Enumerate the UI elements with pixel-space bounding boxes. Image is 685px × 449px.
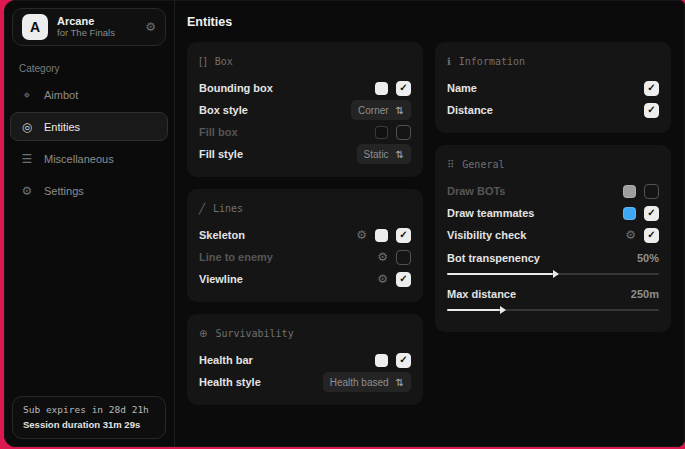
sidebar-item-entities[interactable]: ◎ Entities — [10, 112, 168, 141]
gear-icon: ⚙ — [20, 184, 34, 198]
checkbox[interactable] — [396, 125, 411, 140]
row-settings-gear-icon[interactable]: ⚙ — [377, 250, 388, 264]
slider-bot-transparency: Bot transpenency 50% — [447, 248, 659, 275]
row-label: Line to enemy — [199, 251, 273, 263]
card-title: Lines — [213, 203, 243, 214]
row-viewline: Viewline ⚙ — [199, 268, 411, 290]
card-information-header: ℹ Information — [447, 53, 659, 69]
row-label: Skeleton — [199, 229, 245, 241]
box-style-select[interactable]: Corner ⇅ — [351, 100, 411, 120]
checkbox[interactable] — [396, 250, 411, 265]
slider-fill[interactable] — [447, 309, 500, 311]
row-label: Draw BOTs — [447, 185, 505, 197]
brand-logo: A — [22, 14, 48, 40]
card-lines-header: ╱ Lines — [199, 200, 411, 216]
row-draw-teammates: Draw teammates — [447, 202, 659, 224]
checkbox[interactable] — [396, 228, 411, 243]
card-title: General — [462, 159, 504, 170]
health-style-select[interactable]: Health based ⇅ — [323, 372, 411, 392]
card-title: Survivability — [215, 328, 293, 339]
color-swatch[interactable] — [623, 207, 636, 220]
row-draw-bots: Draw BOTs — [447, 180, 659, 202]
color-swatch[interactable] — [375, 354, 388, 367]
row-settings-gear-icon[interactable]: ⚙ — [377, 272, 388, 286]
card-survivability-header: ⊕ Survivability — [199, 325, 411, 341]
row-label: Distance — [447, 104, 493, 116]
row-settings-gear-icon[interactable]: ⚙ — [625, 228, 636, 242]
slider-value: 250m — [631, 288, 659, 300]
checkbox[interactable] — [396, 353, 411, 368]
row-label: Name — [447, 82, 477, 94]
row-health-style: Health style Health based ⇅ — [199, 371, 411, 393]
card-survivability: ⊕ Survivability Health bar Health style — [187, 314, 423, 405]
checkbox[interactable] — [396, 81, 411, 96]
right-column: ℹ Information Name Distance — [435, 42, 671, 332]
brand-subtitle: for The Finals — [57, 28, 136, 39]
checkbox[interactable] — [644, 81, 659, 96]
row-label: Bounding box — [199, 82, 273, 94]
row-skeleton: Skeleton ⚙ — [199, 224, 411, 246]
checkbox[interactable] — [644, 184, 659, 199]
slider-max-distance: Max distance 250m — [447, 284, 659, 311]
updown-arrows-icon: ⇅ — [396, 105, 404, 116]
card-box-header: [] Box — [199, 53, 411, 69]
row-settings-gear-icon[interactable]: ⚙ — [356, 228, 367, 242]
select-value: Corner — [358, 105, 389, 116]
brand-gear-icon[interactable]: ⚙ — [145, 20, 156, 34]
row-label: Fill style — [199, 148, 243, 160]
brand-title: Arcane — [57, 15, 136, 28]
sidebar-item-miscellaneous[interactable]: ☰ Miscellaneous — [10, 144, 168, 173]
sidebar-item-aimbot[interactable]: ⌖ Aimbot — [10, 80, 168, 109]
row-label: Fill box — [199, 126, 238, 138]
card-box: [] Box Bounding box Box style — [187, 42, 423, 177]
sidebar-item-label: Entities — [44, 121, 80, 133]
row-distance: Distance — [447, 99, 659, 121]
slider-label: Bot transpenency — [447, 252, 540, 264]
card-title: Information — [459, 56, 525, 67]
row-box-style: Box style Corner ⇅ — [199, 99, 411, 121]
row-label: Visibility check — [447, 229, 526, 241]
sidebar-item-label: Settings — [44, 185, 84, 197]
select-value: Static — [364, 149, 389, 160]
sidebar-item-label: Aimbot — [44, 89, 78, 101]
slider-track[interactable] — [447, 273, 659, 275]
sidebar-nav: ⌖ Aimbot ◎ Entities ☰ Miscellaneous ⚙ Se… — [4, 80, 174, 205]
checkbox[interactable] — [644, 206, 659, 221]
fill-style-select[interactable]: Static ⇅ — [357, 144, 411, 164]
card-information: ℹ Information Name Distance — [435, 42, 671, 133]
row-label: Viewline — [199, 273, 243, 285]
sidebar-item-label: Miscellaneous — [44, 153, 114, 165]
main-panel: Entities [] Box Bounding box — [175, 0, 685, 447]
sidebar: A Arcane for The Finals ⚙ Category ⌖ Aim… — [4, 0, 175, 447]
card-general-header: ⠿ General — [447, 156, 659, 172]
row-fill-style: Fill style Static ⇅ — [199, 143, 411, 165]
slider-track[interactable] — [447, 309, 659, 311]
row-label: Health bar — [199, 354, 253, 366]
row-label: Box style — [199, 104, 248, 116]
sliders-icon: ☰ — [20, 152, 34, 166]
color-swatch[interactable] — [375, 229, 388, 242]
slider-fill[interactable] — [447, 273, 553, 275]
sub-expires-text: Sub expires in 28d 21h — [23, 404, 155, 415]
session-duration-text: Session duration 31m 29s — [23, 419, 155, 430]
slider-label: Max distance — [447, 288, 516, 300]
brand-text: Arcane for The Finals — [57, 15, 136, 40]
card-lines: ╱ Lines Skeleton ⚙ Line to enemy — [187, 189, 423, 302]
checkbox[interactable] — [644, 103, 659, 118]
row-health-bar: Health bar — [199, 349, 411, 371]
app-window: A Arcane for The Finals ⚙ Category ⌖ Aim… — [4, 0, 685, 447]
entities-icon: ◎ — [20, 120, 34, 134]
slider-value: 50% — [637, 252, 659, 264]
checkbox[interactable] — [396, 272, 411, 287]
color-swatch[interactable] — [623, 185, 636, 198]
color-swatch[interactable] — [375, 126, 388, 139]
row-line-to-enemy: Line to enemy ⚙ — [199, 246, 411, 268]
select-value: Health based — [330, 377, 389, 388]
color-swatch[interactable] — [375, 82, 388, 95]
row-label: Draw teammates — [447, 207, 534, 219]
checkbox[interactable] — [644, 228, 659, 243]
diagonal-line-icon: ╱ — [199, 203, 205, 214]
sidebar-item-settings[interactable]: ⚙ Settings — [10, 176, 168, 205]
left-column: [] Box Bounding box Box style — [187, 42, 423, 405]
updown-arrows-icon: ⇅ — [396, 377, 404, 388]
